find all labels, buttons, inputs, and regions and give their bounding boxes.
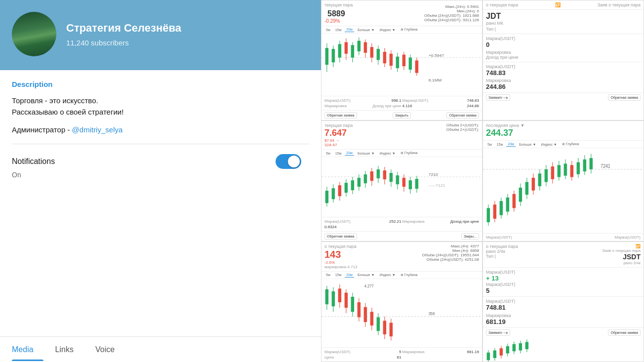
ctrl-5m-3[interactable]: 5м xyxy=(324,151,332,156)
ctrl-depth-4[interactable]: ⊕ Глубина xyxy=(561,142,581,147)
action-row-3: Обратная заявка Закры... xyxy=(322,231,482,241)
reverse-btn-1[interactable]: Обратная заявка xyxy=(324,112,357,119)
ctrl-20m-3[interactable]: 20м xyxy=(345,151,354,156)
ctrl-20m-4[interactable]: 20м xyxy=(506,142,516,147)
chart-body-6 xyxy=(483,337,644,362)
ctrl-15m[interactable]: 15м xyxy=(334,28,343,32)
svg-text:7210: 7210 xyxy=(429,172,439,177)
ctrl-more-5[interactable]: Больше ▼ xyxy=(356,273,376,277)
ctrl-more[interactable]: Больше ▼ xyxy=(356,28,376,32)
svg-rect-62 xyxy=(415,179,419,189)
svg-text:359: 359 xyxy=(429,311,435,316)
ctrl-15m-3[interactable]: 15м xyxy=(334,151,343,156)
desc-line1: Торговля - это искусство. xyxy=(12,96,98,105)
reverse-btn-2[interactable]: Заявки/с→а xyxy=(486,94,510,101)
notifications-section: Notifications On xyxy=(12,154,309,179)
svg-text:4.277: 4.277 xyxy=(364,282,374,288)
ctrl-20m-5[interactable]: 20м xyxy=(345,273,354,278)
svg-rect-105 xyxy=(332,291,335,306)
svg-rect-73 xyxy=(506,198,510,212)
divider xyxy=(12,144,309,144)
svg-rect-111 xyxy=(351,297,355,312)
svg-rect-87 xyxy=(551,166,555,179)
ctrl-index-4[interactable]: Индекс ▼ xyxy=(539,142,558,147)
chart-body-3: 7210 -----7121 xyxy=(322,157,482,216)
svg-rect-60 xyxy=(409,180,412,189)
ctrl-5m[interactable]: 5м xyxy=(324,28,332,32)
reverse-btn-6b[interactable]: Обратная заявка xyxy=(608,329,641,336)
chart-cell-6: о текущая пара рано 2/4к Тип | 🔁 Заяв о … xyxy=(483,241,644,362)
content-section: Description Торговля - это искусство. Ра… xyxy=(0,70,321,362)
ctrl-15m-5[interactable]: 15м xyxy=(334,273,343,277)
svg-rect-7 xyxy=(345,42,348,53)
svg-rect-121 xyxy=(383,321,387,334)
ctrl-15m-4[interactable]: 15м xyxy=(495,142,505,147)
svg-rect-115 xyxy=(364,307,367,322)
subscriber-count: 11,240 subscribers xyxy=(66,39,181,47)
svg-rect-75 xyxy=(513,194,516,208)
svg-rect-91 xyxy=(564,164,567,176)
ctrl-5m-4[interactable]: 5м xyxy=(486,142,493,147)
avatar xyxy=(12,12,56,56)
chart-pair-header-1: текущая пара 5889 -0.29% Макс.(24ч): 0.5… xyxy=(322,0,482,26)
ctrl-more-3[interactable]: Больше ▼ xyxy=(356,151,376,156)
svg-rect-113 xyxy=(358,302,361,317)
chart-body-4: 7241 xyxy=(483,148,644,233)
close-btn-1[interactable]: Закрыть xyxy=(393,112,411,119)
reverse-btn-1b[interactable]: Обратная заявка xyxy=(446,112,479,119)
ctrl-depth-5[interactable]: ⊕ Глубина xyxy=(399,273,419,278)
chart-stats-1: Макс.(24ч): 0.5941 Мин.(24ч): 0 Объём (2… xyxy=(424,4,479,22)
chart-controls-4: 5м 15м 20м Больше ▼ Индекс ▼ ⊕ Глубина xyxy=(483,141,644,148)
tab-voice[interactable]: Voice xyxy=(95,338,124,361)
price-change-1: -0.29% xyxy=(324,18,353,24)
notifications-toggle[interactable] xyxy=(276,154,301,169)
ctrl-20m[interactable]: 20м xyxy=(345,27,354,32)
chart-body-5: 4.277 359 xyxy=(322,279,482,347)
svg-rect-69 xyxy=(493,205,497,219)
svg-rect-85 xyxy=(545,169,548,182)
channel-header: Стратегия Селезнёва 11,240 subscribers xyxy=(0,0,321,70)
chart-controls-1: 5м 15м 20м Больше ▼ Индекс ▼ ⊕ Глубина xyxy=(322,26,482,34)
close-btn-3[interactable]: Закры... xyxy=(461,233,479,240)
reverse-btn-3[interactable]: Обратная заявка xyxy=(324,233,357,240)
svg-rect-36 xyxy=(332,189,335,200)
ctrl-depth-3[interactable]: ⊕ Глубина xyxy=(399,151,419,156)
avatar-image xyxy=(12,12,56,56)
svg-rect-13 xyxy=(364,42,367,52)
svg-rect-3 xyxy=(332,49,335,62)
action-row-2: Заявки/с→а Обратная заявка xyxy=(483,92,644,102)
svg-rect-107 xyxy=(338,288,342,302)
svg-rect-9 xyxy=(351,45,355,57)
svg-rect-134 xyxy=(506,346,510,354)
svg-text:7241: 7241 xyxy=(601,163,610,169)
tab-media[interactable]: Media xyxy=(12,338,43,361)
svg-text:+0.5947: +0.5947 xyxy=(429,53,444,57)
description-label: Description xyxy=(12,80,309,88)
svg-rect-48 xyxy=(370,171,374,181)
chart-info-6: Маржа(USDT) 748.81 Маркировка 681.19 xyxy=(483,296,644,327)
ctrl-depth[interactable]: ⊕ Глубина xyxy=(399,27,419,32)
chart-body-1: +0.5947 6.1MM xyxy=(322,34,482,96)
chart-price-6: Маржа(USDT) + 13 Маржа(USDT) 5 xyxy=(483,268,644,296)
ctrl-5m-5[interactable]: 5м xyxy=(324,273,332,277)
svg-rect-25 xyxy=(402,55,406,66)
admin-link[interactable]: @dmitriy_selya xyxy=(72,125,123,134)
svg-rect-97 xyxy=(583,160,587,171)
svg-rect-15 xyxy=(370,47,374,57)
chart-controls-3: 5м 15м 20м Больше ▼ Индекс ▼ ⊕ Глубина xyxy=(322,150,482,157)
svg-text:6.1MM: 6.1MM xyxy=(429,79,442,82)
ctrl-index[interactable]: Индекс ▼ xyxy=(378,28,397,32)
svg-rect-117 xyxy=(370,312,374,325)
reverse-btn-6[interactable]: Заявки/с→а xyxy=(486,329,510,336)
ctrl-more-4[interactable]: Больше ▼ xyxy=(518,142,537,147)
svg-rect-67 xyxy=(487,208,490,223)
tab-links[interactable]: Links xyxy=(55,338,83,361)
svg-rect-130 xyxy=(493,350,497,358)
reverse-btn-2b[interactable]: Обратная заявка xyxy=(608,94,641,101)
svg-rect-138 xyxy=(519,343,523,351)
notifications-label: Notifications xyxy=(12,157,55,166)
svg-text:-----7121: -----7121 xyxy=(429,183,445,188)
ctrl-index-5[interactable]: Индекс ▼ xyxy=(378,273,397,277)
ctrl-index-3[interactable]: Индекс ▼ xyxy=(378,151,397,156)
channel-info: Стратегия Селезнёва 11,240 subscribers xyxy=(66,22,181,47)
